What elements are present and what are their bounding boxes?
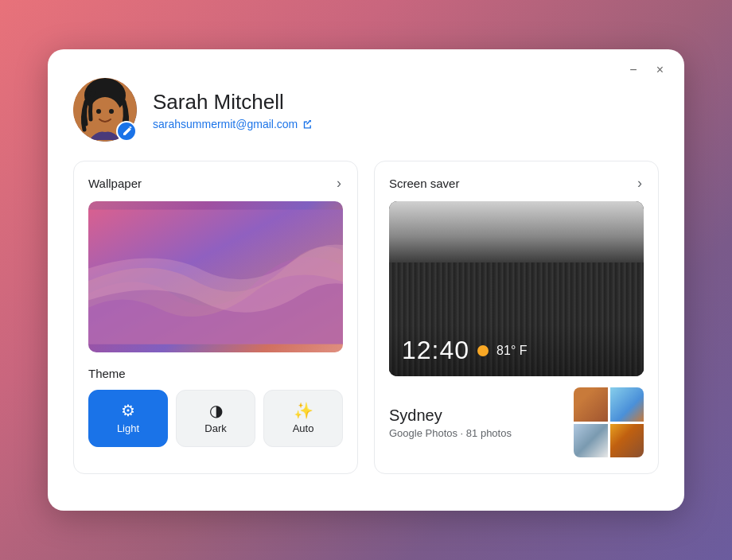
profile-email-text: sarahsummermit@gmail.com <box>153 118 298 130</box>
wallpaper-title: Wallpaper <box>88 177 142 190</box>
svg-point-3 <box>96 109 101 114</box>
wallpaper-card-header: Wallpaper › <box>88 176 343 190</box>
screensaver-title: Screen saver <box>389 177 459 190</box>
screensaver-chevron-button[interactable]: › <box>636 176 644 190</box>
wallpaper-chevron-button[interactable]: › <box>335 176 343 190</box>
auto-theme-icon: ✨ <box>294 402 313 418</box>
close-button[interactable]: × <box>652 62 668 78</box>
photo-cell-3 <box>574 424 608 458</box>
screensaver-city: Sydney <box>389 406 512 425</box>
theme-label: Theme <box>88 367 343 380</box>
theme-section: Theme ⚙ Light ◑ Dark ✨ Auto <box>88 367 343 447</box>
screensaver-text: Sydney Google Photos · 81 photos <box>389 406 512 439</box>
avatar-wrapper <box>73 78 137 142</box>
external-link-icon <box>302 119 313 130</box>
profile-info: Sarah Mitchell sarahsummermit@gmail.com <box>153 90 313 130</box>
profile-name: Sarah Mitchell <box>153 90 313 115</box>
screensaver-subtitle: Google Photos · 81 photos <box>389 427 512 439</box>
profile-email-link[interactable]: sarahsummermit@gmail.com <box>153 118 313 130</box>
profile-section: Sarah Mitchell sarahsummermit@gmail.com <box>73 78 659 142</box>
pencil-icon <box>122 126 132 137</box>
photo-cell-2 <box>610 387 644 422</box>
minimize-button[interactable]: − <box>625 62 641 78</box>
svg-point-4 <box>109 109 114 114</box>
screensaver-card-header: Screen saver › <box>389 176 644 190</box>
main-dialog: − × <box>48 49 684 511</box>
screensaver-time: 12:40 <box>402 336 469 365</box>
photo-cell-4 <box>610 424 644 458</box>
theme-dark-button[interactable]: ◑ Dark <box>176 390 255 447</box>
screensaver-overlay: 12:40 81° F <box>389 325 644 376</box>
theme-options: ⚙ Light ◑ Dark ✨ Auto <box>88 390 343 447</box>
edit-avatar-button[interactable] <box>116 121 137 142</box>
screensaver-preview[interactable]: 12:40 81° F <box>389 201 644 376</box>
screensaver-photo-grid <box>574 387 644 457</box>
theme-dark-label: Dark <box>204 422 226 434</box>
wallpaper-card: Wallpaper › <box>73 161 358 474</box>
cards-row: Wallpaper › <box>73 161 659 474</box>
theme-auto-button[interactable]: ✨ Auto <box>263 390 343 447</box>
title-bar: − × <box>625 62 668 78</box>
theme-light-label: Light <box>117 422 139 434</box>
weather-sun-icon <box>477 345 489 356</box>
theme-light-button[interactable]: ⚙ Light <box>88 390 168 447</box>
dark-theme-icon: ◑ <box>209 402 223 418</box>
screensaver-card: Screen saver › 12:40 81° F Sydney Google… <box>374 161 659 474</box>
theme-auto-label: Auto <box>293 422 314 434</box>
screensaver-info: Sydney Google Photos · 81 photos <box>389 387 644 457</box>
screensaver-weather: 81° F <box>496 344 527 358</box>
wallpaper-preview[interactable] <box>88 201 343 352</box>
wallpaper-image <box>88 201 343 352</box>
light-theme-icon: ⚙ <box>121 402 135 418</box>
photo-cell-1 <box>574 387 608 422</box>
